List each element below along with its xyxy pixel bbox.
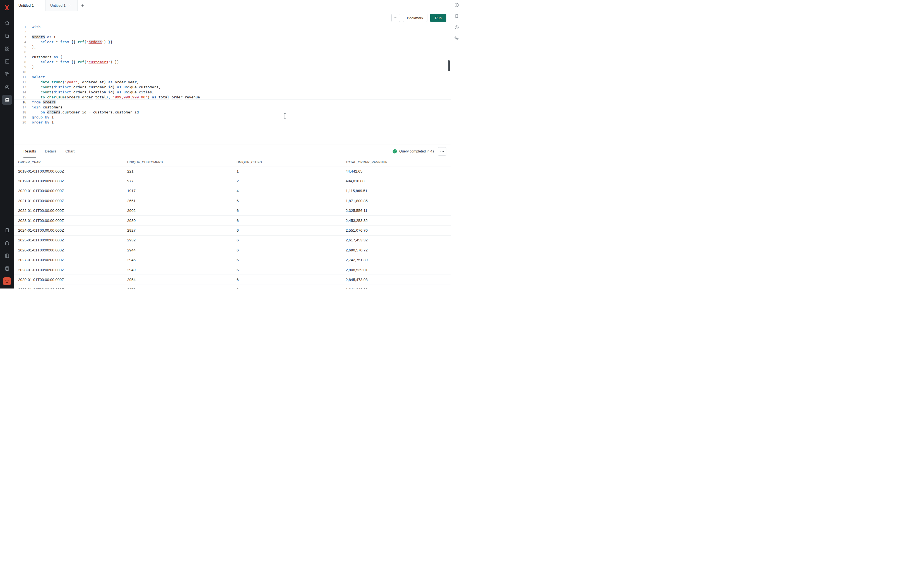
code-line-3[interactable]: 3orders as ( [14,35,451,40]
table-cell: 2019-01-01T00:00:00.000Z [18,179,127,183]
bookmark-button[interactable]: Bookmark [403,14,428,22]
table-cell: 6 [237,228,346,232]
bookmark-icon[interactable] [453,13,460,19]
table-row[interactable]: 2023-01-01T00:00:00.000Z293062,453,253.3… [14,216,451,226]
column-header[interactable]: ORDER_YEAR [18,161,127,164]
table-cell: 1917 [127,189,237,193]
line-number: 20 [14,120,26,125]
code-line-1[interactable]: 1with [14,24,451,29]
close-tab-icon[interactable] [37,4,40,7]
code-line-6[interactable]: 6 [14,50,451,55]
table-row[interactable]: 2024-01-01T00:00:00.000Z292762,551,076.7… [14,226,451,235]
table-row[interactable]: 2030-01-01T00:00:00.000Z287961,841,049.3… [14,285,451,288]
line-number: 3 [14,35,26,40]
code-line-15[interactable]: 15 to_char(sum(orders.order_total), '999… [14,95,451,100]
new-tab-button[interactable] [78,0,87,11]
code-line-14[interactable]: 14 count(distinct orders.location_id) as… [14,90,451,95]
table-cell: 1 [237,169,346,173]
code-square-icon[interactable] [2,56,12,66]
code-line-9[interactable]: 9) [14,64,451,70]
code-line-12[interactable]: 12 date_trunc('year', ordered_at) as ord… [14,80,451,85]
code-line-19[interactable]: 19group by 1 [14,115,451,120]
table-row[interactable]: 2025-01-01T00:00:00.000Z293262,617,453.3… [14,235,451,245]
table-cell: 2930 [127,219,237,223]
column-header[interactable]: UNIQUE_CUSTOMERS [127,161,237,164]
code-line-2[interactable]: 2 [14,29,451,35]
code-line-11[interactable]: 11select [14,75,451,80]
code-line-20[interactable]: 20order by 1 [14,120,451,125]
code-line-10[interactable]: 10 [14,70,451,75]
table-cell: 2027-01-01T00:00:00.000Z [18,258,127,262]
tab-details[interactable]: Details [45,144,57,158]
table-cell: 2,617,453.32 [346,238,451,242]
ellipsis-icon [393,16,398,20]
column-header[interactable]: TOTAL_ORDER_REVENUE [346,161,451,164]
app-logo[interactable] [0,0,14,16]
run-button[interactable]: Run [430,14,446,22]
table-row[interactable]: 2022-01-01T00:00:00.000Z290262,325,556.1… [14,206,451,216]
query-status: Query completed in 4s [393,144,434,158]
table-row[interactable]: 2028-01-01T00:00:00.000Z294962,808,539.0… [14,265,451,275]
avatar-face-icon [3,277,11,285]
copy-icon[interactable] [2,69,12,79]
column-header[interactable]: UNIQUE_CITIES [237,161,346,164]
table-cell: 977 [127,179,237,183]
tab-untitled-1[interactable]: Untitled 1 [14,0,46,11]
results-more-button[interactable] [438,147,446,156]
table-row[interactable]: 2027-01-01T00:00:00.000Z294662,742,751.3… [14,255,451,265]
code-line-8[interactable]: 8 select * from {{ ref('customers') }} [14,60,451,64]
table-cell: 6 [237,208,346,213]
table-cell: 6 [237,238,346,242]
table-row[interactable]: 2019-01-01T00:00:00.000Z9772494,818.00 [14,176,451,186]
table-cell: 6 [237,268,346,272]
table-cell: 2,742,751.39 [346,258,451,262]
clipboard-icon[interactable] [2,225,12,235]
line-number: 17 [14,105,26,110]
table-row[interactable]: 2026-01-01T00:00:00.000Z294462,690,570.7… [14,245,451,255]
line-number: 19 [14,115,26,120]
table-row[interactable]: 2029-01-01T00:00:00.000Z295462,845,473.9… [14,275,451,285]
copilot-icon[interactable] [453,2,460,8]
home-icon[interactable] [2,18,12,28]
tab-results[interactable]: Results [23,144,36,158]
more-options-button[interactable] [391,14,400,22]
book-icon[interactable] [2,251,12,261]
code-line-4[interactable]: 4 select * from {{ ref('orders') }} [14,40,451,45]
table-row[interactable]: 2020-01-01T00:00:00.000Z191741,115,869.5… [14,186,451,196]
cursor-click-icon[interactable] [453,35,460,42]
close-tab-icon[interactable] [68,4,71,7]
table-row[interactable]: 2018-01-01T00:00:00.000Z221144,442.65 [14,166,451,176]
table-row[interactable]: 2021-01-01T00:00:00.000Z266161,871,800.8… [14,196,451,206]
line-number: 13 [14,85,26,90]
table-cell: 6 [237,287,346,288]
archive-icon[interactable] [2,31,12,41]
tab-label: Untitled 1 [50,3,66,8]
code-line-13[interactable]: 13 count(distinct orders.customer_id) as… [14,85,451,90]
compass-icon[interactable] [2,82,12,92]
tab-chart[interactable]: Chart [65,144,74,158]
code-line-7[interactable]: 7customers as ( [14,55,451,60]
table-cell: 2927 [127,228,237,232]
tab-untitled-2[interactable]: Untitled 1 [46,0,78,11]
table-cell: 2024-01-01T00:00:00.000Z [18,228,127,232]
sql-editor[interactable]: 1with23orders as (4 select * from {{ ref… [14,24,451,144]
table-cell: 2954 [127,278,237,282]
headphones-icon[interactable] [2,238,12,248]
code-line-17[interactable]: 17join customers [14,105,451,110]
editor-scrollbar[interactable] [448,60,450,71]
user-avatar[interactable] [3,277,11,285]
line-number: 4 [14,40,26,45]
code-line-16[interactable]: 16from orders [14,100,451,105]
text-caret [56,100,57,104]
table-cell: 2026-01-01T00:00:00.000Z [18,248,127,252]
code-line-18[interactable]: 18 on orders.customer_id = customers.cus… [14,110,451,115]
laptop-icon[interactable] [2,95,12,105]
history-icon[interactable] [453,24,460,31]
line-number: 2 [14,29,26,35]
calculator-icon[interactable] [2,263,12,274]
plus-icon [81,3,84,8]
code-lines: 1with23orders as (4 select * from {{ ref… [14,24,451,125]
code-line-5[interactable]: 5), [14,45,451,50]
grid-icon[interactable] [2,44,12,53]
table-header: ORDER_YEARUNIQUE_CUSTOMERSUNIQUE_CITIEST… [14,158,451,166]
